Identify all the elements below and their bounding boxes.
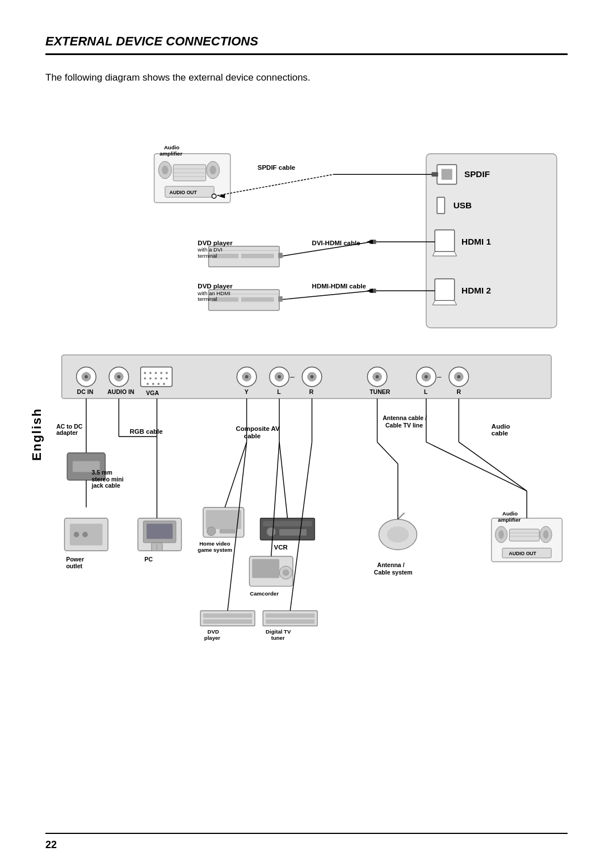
svg-point-44: [85, 375, 88, 379]
svg-rect-35: [241, 297, 274, 302]
rgb-cable-label: RGB cable: [130, 428, 163, 435]
svg-rect-132: [509, 529, 539, 541]
page-number: 22: [45, 839, 57, 851]
power-outlet-label2: outlet: [66, 563, 82, 569]
svg-point-62: [163, 383, 165, 385]
svg-line-104: [225, 442, 246, 508]
vcr-label: VCR: [274, 544, 288, 551]
dc-in-label: DC IN: [77, 388, 94, 395]
section-title: EXTERNAL DEVICE CONNECTIONS: [45, 34, 258, 48]
r2-label: R: [457, 388, 461, 395]
dvd-dvi-sub1: with a DVI: [197, 246, 222, 253]
svg-point-87: [74, 532, 79, 538]
svg-line-109: [279, 442, 287, 518]
svg-point-113: [283, 569, 289, 576]
camcorder-label: Camcorder: [250, 590, 279, 597]
svg-point-131: [498, 530, 504, 539]
diagram-area: SPDIF USB HDMI 1 HDMI 2: [45, 100, 568, 827]
composite-av-label2: cable: [244, 433, 261, 439]
sidebar-language-label: English: [30, 408, 44, 460]
svg-marker-7: [433, 301, 456, 305]
l2-label: L: [424, 388, 428, 395]
svg-rect-4: [435, 230, 455, 251]
hdmi1-label: HDMI 1: [461, 237, 491, 246]
svg-point-57: [160, 378, 162, 380]
power-outlet-label: Power: [66, 556, 84, 563]
svg-point-54: [144, 378, 146, 380]
svg-rect-22: [431, 172, 438, 177]
page-container: English EXTERNAL DEVICE CONNECTIONS The …: [0, 0, 613, 868]
dvd-dvi-label: DVD player: [198, 240, 233, 246]
svg-line-125: [398, 513, 405, 519]
ac-dc-label2: adapter: [56, 429, 78, 436]
svg-rect-6: [435, 279, 455, 300]
cable-tv-label: Cable TV line: [385, 422, 423, 429]
svg-point-71: [310, 375, 314, 379]
y-label: Y: [245, 388, 249, 395]
svg-point-107: [267, 527, 275, 536]
section-header: EXTERNAL DEVICE CONNECTIONS: [45, 34, 568, 55]
antenna-cable-label: Antenna cable /: [383, 414, 427, 421]
audio-cable-label2: cable: [492, 430, 508, 437]
svg-point-16: [209, 166, 216, 174]
antenna-label: Antenna /: [377, 561, 405, 568]
svg-rect-108: [279, 529, 306, 536]
audio-amplifier-label2: amplifier: [159, 150, 182, 157]
audio-cable-label: Audio: [492, 423, 510, 430]
r-label: R: [309, 388, 314, 395]
svg-rect-103: [220, 529, 236, 534]
svg-point-61: [157, 383, 159, 385]
svg-point-65: [245, 375, 249, 379]
svg-rect-120: [266, 614, 314, 618]
stereo-mini-label: 3.5 mm: [91, 469, 112, 476]
svg-point-47: [117, 375, 121, 379]
svg-point-53: [166, 372, 168, 374]
tuner-label: TUNER: [370, 388, 391, 395]
svg-line-37: [283, 291, 372, 299]
dvd-hdmi-sub1: with an HDMI: [197, 290, 230, 296]
svg-rect-48: [141, 367, 173, 387]
svg-point-49: [144, 372, 146, 374]
dash2: –: [437, 372, 442, 381]
spdif-label: SPDIF: [464, 169, 490, 179]
svg-line-141: [459, 442, 527, 491]
svg-point-19: [212, 194, 216, 199]
svg-point-56: [155, 378, 157, 380]
svg-point-74: [376, 375, 379, 379]
svg-rect-36: [278, 296, 283, 302]
hdmi2-label: HDMI 2: [461, 286, 491, 295]
svg-rect-91: [146, 523, 173, 539]
svg-rect-111: [252, 559, 279, 578]
svg-rect-121: [266, 619, 314, 624]
svg-point-55: [149, 378, 152, 380]
svg-point-10: [162, 166, 169, 174]
svg-marker-5: [433, 251, 456, 256]
audio-amplifier-top-label: Audio: [164, 144, 179, 150]
audio-amp-bottom-label: Audio: [502, 510, 518, 517]
audio-out-top-label: AUDIO OUT: [170, 190, 198, 195]
svg-point-136: [543, 530, 549, 539]
dvd-hdmi-sub2: terminal: [198, 296, 217, 302]
digital-tv-label: Digital TV: [266, 628, 291, 635]
cable-system-label: Cable system: [374, 569, 413, 576]
connection-diagram: SPDIF USB HDMI 1 HDMI 2: [45, 100, 568, 827]
digital-tv-label2: tuner: [271, 635, 285, 641]
intro-text: The following diagram shows the external…: [45, 72, 568, 83]
usb-label: USB: [454, 200, 472, 210]
svg-point-59: [146, 383, 149, 385]
svg-point-77: [425, 375, 428, 379]
svg-rect-26: [241, 254, 274, 258]
svg-point-80: [457, 375, 460, 379]
svg-line-128: [377, 442, 398, 464]
spdif-cable-label: SPDIF cable: [258, 165, 295, 171]
svg-rect-106: [263, 521, 312, 527]
dvd-dvi-sub2: terminal: [198, 253, 217, 259]
home-video-label: Home video: [199, 540, 230, 547]
dash1: –: [290, 372, 295, 381]
l-label: L: [277, 388, 281, 395]
dvd-player-label2: player: [204, 635, 220, 641]
svg-point-88: [82, 532, 88, 538]
vga-label: VGA: [146, 389, 159, 396]
dvd-player-bottom-label: DVD: [208, 628, 219, 635]
home-video-label2: game system: [198, 547, 232, 553]
